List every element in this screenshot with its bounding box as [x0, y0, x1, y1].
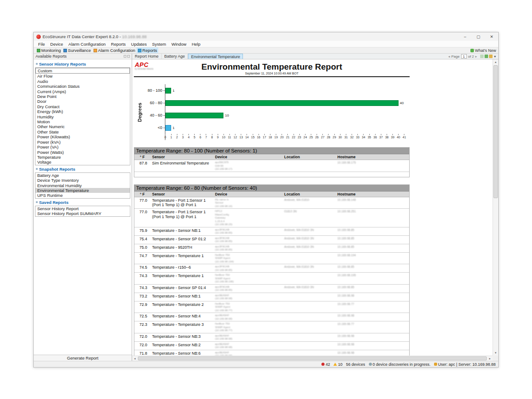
report-item-power-kva[interactable]: Power (kVA) [35, 140, 130, 145]
prev-page-icon[interactable]: ◂ [448, 55, 450, 59]
report-item-environmental-humidity[interactable]: Environmental Humidity [35, 183, 130, 188]
screen: EcoStruxure IT Data Center Expert 8.2.0 … [0, 0, 532, 399]
cell-sensor: Temperature - Temperature 2 [150, 301, 213, 313]
menu-updates[interactable]: Updates [129, 42, 149, 47]
chart-bar-value: 40 [400, 101, 404, 105]
warning-alarms-status[interactable]: 10 [333, 362, 342, 367]
x-tick-23: 23 [297, 134, 301, 139]
tab-environmental-temperature[interactable]: Environmental Temperature [188, 54, 243, 59]
print-icon[interactable] [489, 55, 493, 58]
cell-sensor: Temperature - Sensor NB:2 [150, 342, 213, 350]
device-line: NPC2 [215, 210, 281, 213]
horizontal-scrollbar[interactable]: ◂ ▸ [132, 356, 493, 361]
cell-location [282, 342, 336, 350]
cell-location [282, 160, 336, 172]
cell-sensor: Sim Environmental Temperature [150, 160, 213, 172]
toolbar-item-surveillance[interactable]: Surveillance [62, 47, 92, 53]
horizontal-scroll-thumb[interactable] [138, 356, 487, 360]
x-tick-22: 22 [292, 134, 295, 139]
vertical-scroll-thumb[interactable] [493, 65, 498, 198]
report-title: Environmental Temperature Report [134, 62, 410, 71]
x-tick-28: 28 [327, 134, 330, 139]
generate-report-button[interactable]: Generate Report [34, 355, 132, 361]
section-title-sensor-history-reports[interactable]: Sensor History Reports [35, 60, 130, 67]
report-item-other-numeric[interactable]: Other Numeric [35, 124, 130, 129]
scroll-left-icon[interactable]: ◂ [132, 357, 137, 360]
device-line: (10.169.98.85) [215, 289, 281, 292]
scroll-up-icon[interactable]: ▲ [493, 59, 498, 65]
toolbar-item-alarm-configuration[interactable]: Alarm Configuration [92, 47, 137, 53]
menu-help[interactable]: Help [189, 42, 203, 47]
report-item-ups-runtime[interactable]: UPS Runtime [35, 193, 130, 198]
chart-x-axis: 0123456789101112131415161718192021222324… [165, 134, 404, 140]
more-options-caret-icon[interactable]: ▼ [493, 55, 497, 58]
cell-location: Andover, MA 01810 3N [282, 285, 336, 293]
scroll-right-icon[interactable]: ▸ [487, 357, 493, 360]
page-number-input[interactable]: 1 [461, 54, 467, 59]
menu-file[interactable]: File [35, 42, 47, 47]
report-item-voltage[interactable]: Voltage [35, 160, 130, 164]
column-header-sensor: Sensor [150, 154, 213, 160]
menu-device[interactable]: Device [47, 42, 66, 47]
report-item-door[interactable]: Door [35, 99, 130, 104]
report-item-humidity[interactable]: Humidity [35, 114, 130, 119]
export-report-icon[interactable] [485, 55, 488, 58]
cell-sensor: Temperature - 9520TH [150, 244, 213, 252]
toolbar-item-monitoring[interactable]: Monitoring [35, 47, 62, 53]
next-page-icon[interactable]: ▸ [475, 55, 477, 59]
tab-report-home[interactable]: Report Home [132, 54, 162, 59]
tab-battery-age[interactable]: Battery Age [162, 54, 188, 59]
menu-alarm-configuration[interactable]: Alarm Configuration [66, 42, 108, 47]
report-item-power-va[interactable]: Power (VA) [35, 145, 130, 149]
device-line: apc3F9CAB [215, 245, 281, 249]
report-item-power-kilowatts[interactable]: Power (Kilowatts) [35, 134, 130, 139]
maximize-button[interactable]: ▢ [472, 32, 485, 41]
report-item-other-state[interactable]: Other State [35, 129, 130, 134]
x-tick-3: 3 [182, 134, 184, 139]
report-item-dry-contact[interactable]: Dry Contact [35, 104, 130, 109]
device-line: Gateway [215, 216, 281, 220]
scroll-down-icon[interactable]: ▼ [493, 350, 498, 356]
section-title-snapshot-reports[interactable]: Snapshot Reports [35, 165, 130, 172]
report-item-battery-age[interactable]: Battery Age [35, 173, 130, 178]
export-csv-icon[interactable] [480, 55, 484, 58]
scrollbar-corner [493, 356, 498, 361]
report-item-temperature[interactable]: Temperature [35, 155, 130, 160]
report-item-sensor-history-report-summary[interactable]: Sensor History Report SUMMARY [35, 211, 130, 216]
report-item-sensor-history-report[interactable]: Sensor History Report [35, 206, 130, 211]
report-item-power-watts[interactable]: Power (Watts) [35, 150, 130, 155]
cell-hostname: 10.169.98.77 [336, 321, 408, 333]
device-line: (10.169.98.85) [215, 240, 281, 243]
report-item-device-type-inventory[interactable]: Device Type Inventory [35, 178, 130, 183]
close-button[interactable]: ✕ [485, 32, 498, 41]
report-item-audio[interactable]: Audio [35, 79, 130, 84]
report-item-energy-kwh[interactable]: Energy (kWh) [35, 109, 130, 114]
report-item-custom[interactable]: Custom [35, 68, 130, 74]
x-tick-34: 34 [362, 134, 365, 139]
report-item-communication-status[interactable]: Communication Status [35, 84, 130, 89]
report-item-environmental-temperature[interactable]: Environmental Temperature [35, 188, 130, 193]
toolbar-item-reports[interactable]: Reports [137, 47, 158, 53]
cell-temperature: 72.5 [134, 313, 150, 321]
menu-reports[interactable]: Reports [108, 42, 128, 47]
report-item-motion[interactable]: Motion [35, 119, 130, 124]
report-item-dew-point[interactable]: Dew Point [35, 94, 130, 99]
report-item-current-amps[interactable]: Current (Amps) [35, 89, 130, 94]
vertical-scrollbar[interactable]: ▲ ▼ [493, 59, 498, 356]
menu-window[interactable]: Window [169, 42, 189, 47]
x-tick-14: 14 [245, 134, 249, 139]
x-tick-18: 18 [269, 134, 272, 139]
panel-maximize-icon[interactable] [127, 55, 130, 58]
table-row: 75.4Temperature - Sensor SP 01:2apc3F9CA… [134, 236, 409, 244]
section-title-saved-reports[interactable]: Saved Reports [35, 199, 130, 206]
cell-hostname: 10.169.98.175 [336, 160, 408, 172]
minimize-button[interactable]: – [458, 32, 472, 41]
menu-system[interactable]: System [149, 42, 169, 47]
panel-minimize-icon[interactable] [124, 55, 126, 58]
discovery-icon [369, 363, 372, 366]
panel-buttons [124, 55, 130, 58]
chart-category-80-100: 80 - 100 [143, 84, 165, 97]
critical-alarms-status[interactable]: 42 [321, 362, 330, 367]
report-item-air-flow[interactable]: Air Flow [35, 74, 130, 78]
whats-new-link[interactable]: What's New [470, 48, 498, 53]
